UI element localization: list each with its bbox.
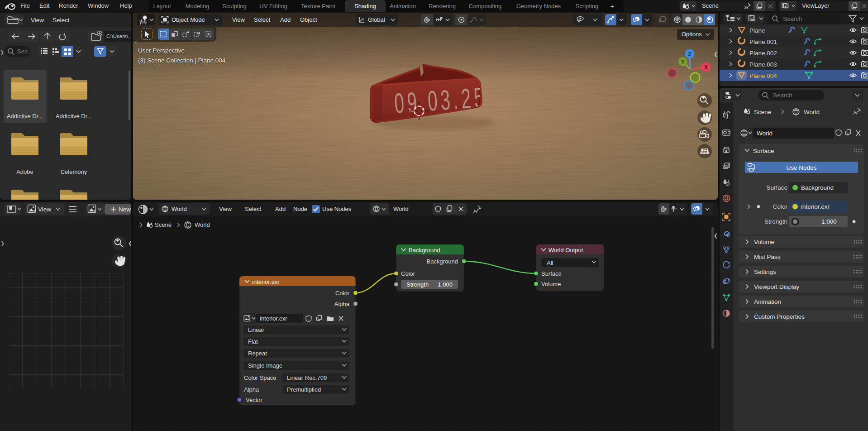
svg-text:Background: Background — [427, 258, 458, 265]
svg-text:Vector: Vector — [246, 397, 263, 403]
svg-text:Celemony: Celemony — [61, 168, 87, 175]
svg-text:❯: ❯ — [0, 49, 4, 55]
svg-text:Plane.004: Plane.004 — [749, 72, 777, 79]
svg-text:Plane.003: Plane.003 — [749, 61, 777, 68]
svg-text:Select: Select — [52, 17, 70, 24]
svg-text:World: World — [804, 109, 820, 115]
svg-text:Animation: Animation — [754, 298, 781, 305]
svg-text:❯: ❯ — [0, 240, 5, 246]
svg-text:interior.exr: interior.exr — [260, 315, 287, 322]
svg-text:Surface: Surface — [753, 148, 774, 154]
svg-text:Y: Y — [681, 59, 685, 65]
svg-text:interior.exr: interior.exr — [801, 203, 830, 210]
svg-text:Volume: Volume — [754, 239, 774, 245]
svg-text:1.000: 1.000 — [821, 218, 837, 225]
svg-text:Addictive Dr...: Addictive Dr... — [56, 113, 92, 120]
svg-text:❮: ❮ — [714, 233, 718, 239]
svg-text:Repeat: Repeat — [248, 350, 267, 357]
svg-text:Strength: Strength — [406, 281, 429, 288]
svg-text:Color Space: Color Space — [244, 374, 277, 381]
svg-text:Mist Pass: Mist Pass — [754, 254, 781, 260]
svg-text:Linear: Linear — [248, 326, 265, 333]
svg-text:Adobe: Adobe — [16, 168, 33, 175]
svg-text:Settings: Settings — [754, 268, 776, 275]
svg-text:Custom Properties: Custom Properties — [754, 313, 805, 320]
svg-text:Z: Z — [688, 51, 691, 57]
svg-text:Scene: Scene — [754, 109, 771, 115]
svg-text:X: X — [704, 64, 708, 71]
svg-text:Viewport Display: Viewport Display — [754, 283, 800, 290]
svg-text:Search: Search — [783, 15, 802, 22]
svg-text:Premultiplied: Premultiplied — [287, 386, 321, 393]
svg-text:❮: ❮ — [714, 51, 718, 57]
svg-text:View: View — [38, 206, 51, 213]
svg-text:Strength: Strength — [764, 218, 787, 225]
svg-text:World Output: World Output — [548, 247, 583, 254]
svg-text:Alpha: Alpha — [334, 301, 350, 307]
svg-text:Surface: Surface — [766, 184, 787, 191]
svg-text:Use Nodes: Use Nodes — [787, 164, 817, 171]
svg-text:Linear Rec.709: Linear Rec.709 — [287, 374, 327, 381]
svg-text:Volume: Volume — [541, 281, 561, 287]
svg-text:Flat: Flat — [248, 338, 258, 345]
svg-text:World: World — [757, 130, 773, 137]
svg-text:Color: Color — [773, 203, 788, 210]
svg-text:Background: Background — [409, 247, 440, 254]
svg-text:View: View — [31, 17, 44, 24]
svg-text:All: All — [547, 259, 553, 266]
svg-text:Search: Search — [773, 92, 792, 99]
svg-text:Alpha: Alpha — [244, 386, 259, 393]
svg-text:Sea: Sea — [17, 48, 28, 55]
svg-text:Plane: Plane — [749, 27, 765, 34]
svg-text:Color: Color — [335, 290, 350, 297]
svg-text:1.000: 1.000 — [438, 281, 453, 288]
svg-text:New: New — [119, 206, 131, 213]
svg-text:❮: ❮ — [128, 240, 131, 246]
svg-text:Single Image: Single Image — [248, 362, 282, 369]
svg-text:interior.exr: interior.exr — [252, 278, 280, 285]
svg-text:Background: Background — [801, 184, 834, 191]
svg-text:Plane.002: Plane.002 — [749, 50, 777, 57]
svg-text:Color: Color — [401, 270, 415, 277]
svg-text:C:\Users\...: C:\Users\... — [106, 34, 131, 39]
svg-text:Surface: Surface — [541, 270, 562, 277]
svg-text:Plane.001: Plane.001 — [749, 38, 777, 45]
svg-text:Addictive Dr...: Addictive Dr... — [7, 113, 43, 120]
